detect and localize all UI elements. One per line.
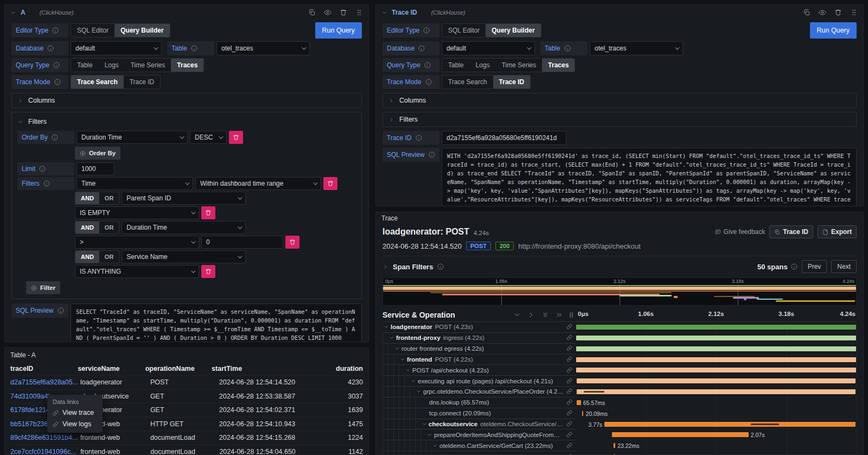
info-icon[interactable]: [43, 180, 50, 187]
and-option[interactable]: AND: [75, 222, 99, 233]
query-type-traces[interactable]: Traces: [542, 59, 575, 72]
info-icon[interactable]: [54, 79, 61, 85]
chevron-down-icon[interactable]: [394, 346, 400, 351]
column-resize-handle[interactable]: ||: [570, 312, 576, 318]
query-type-table[interactable]: Table: [71, 59, 99, 72]
span-timeline-cell[interactable]: 23.22ms: [576, 440, 857, 451]
link-icon[interactable]: [566, 432, 572, 438]
trace-minimap[interactable]: 0μs1.06s2.12s3.18s4.24s: [382, 277, 857, 306]
span-name-cell[interactable]: frontend-proxyingress (4.22s): [382, 333, 576, 344]
span-bar[interactable]: [604, 422, 856, 427]
span-name-cell[interactable]: POST /api/checkout (4.22s): [382, 365, 576, 376]
span-timeline-cell[interactable]: [576, 387, 857, 397]
eye-icon[interactable]: [324, 9, 331, 16]
filter-field-select[interactable]: Duration Time: [122, 221, 246, 234]
link-icon[interactable]: [566, 443, 572, 448]
or-option[interactable]: OR: [99, 192, 119, 204]
run-query-button[interactable]: Run Query: [315, 22, 362, 39]
filter-op-select[interactable]: IS ANYTHING: [75, 265, 199, 278]
span-timeline-cell[interactable]: 20.09ms: [576, 408, 857, 419]
col-duration[interactable]: duration: [336, 365, 363, 372]
query-builder-option[interactable]: Query Builder: [114, 24, 169, 37]
link-icon[interactable]: [566, 378, 572, 384]
sql-editor-option[interactable]: SQL Editor: [71, 24, 114, 37]
eye-icon[interactable]: [819, 9, 826, 16]
and-option[interactable]: AND: [75, 251, 99, 263]
span-row[interactable]: executing api route (pages) /api/checkou…: [382, 376, 857, 387]
remove-order-by-button[interactable]: [229, 131, 243, 144]
limit-input[interactable]: [76, 162, 114, 175]
query-type-traces[interactable]: Traces: [171, 59, 203, 72]
copy-icon[interactable]: [308, 9, 316, 16]
view-trace-link[interactable]: View trace: [53, 409, 97, 416]
span-bar[interactable]: [577, 378, 856, 383]
chevron-down-icon[interactable]: [384, 324, 389, 330]
link-icon[interactable]: [566, 345, 572, 351]
span-row[interactable]: frontend-proxyingress (4.22s): [382, 333, 857, 344]
span-bar[interactable]: [576, 357, 856, 362]
or-option[interactable]: OR: [99, 251, 119, 263]
span-bar[interactable]: [614, 443, 615, 448]
filter-value-input[interactable]: [201, 236, 283, 249]
span-row[interactable]: oteldemo.CartService/GetCart (23.22ms)23…: [382, 440, 857, 451]
panel-title[interactable]: Trace ID: [392, 9, 417, 16]
span-link[interactable]: [564, 441, 575, 451]
info-icon[interactable]: [47, 45, 54, 52]
info-icon[interactable]: [191, 45, 197, 52]
span-link[interactable]: [564, 355, 575, 364]
trace-id-link[interactable]: 2ce7ccfc01941096c...: [10, 448, 80, 455]
span-link[interactable]: [564, 322, 575, 332]
col-traceid[interactable]: traceID: [10, 365, 78, 372]
span-row[interactable]: frontendPOST (4.22s): [382, 355, 857, 365]
info-icon[interactable]: [416, 135, 422, 141]
link-icon[interactable]: [566, 356, 572, 362]
filter-field-select[interactable]: Service Name: [122, 250, 246, 263]
span-timeline-cell[interactable]: [576, 365, 857, 376]
and-option[interactable]: AND: [75, 192, 99, 204]
table-select[interactable]: otel_traces: [590, 41, 683, 55]
span-row[interactable]: loadgeneratorPOST (4.23s): [382, 322, 857, 333]
chevron-down-icon[interactable]: [513, 311, 521, 319]
span-timeline-cell[interactable]: [576, 333, 857, 344]
filter-field-select[interactable]: Parent Span ID: [122, 192, 246, 205]
columns-section[interactable]: Columns: [382, 93, 857, 108]
chevron-down-icon[interactable]: [400, 357, 405, 362]
span-bar[interactable]: [582, 411, 584, 416]
query-type-timeseries[interactable]: Time Series: [125, 59, 171, 72]
span-name-cell[interactable]: executing api route (pages) /api/checkou…: [382, 376, 576, 387]
give-feedback-link[interactable]: Give feedback: [715, 228, 765, 236]
remove-filter-button[interactable]: [285, 236, 299, 249]
span-timeline-cell[interactable]: 3.77s: [576, 419, 857, 430]
span-bar[interactable]: [576, 325, 857, 330]
span-row[interactable]: tcp.connect (20.09ms)20.09ms: [382, 408, 857, 419]
span-name-cell[interactable]: router frontend egress (4.22s): [382, 344, 576, 355]
database-select[interactable]: default: [71, 41, 162, 55]
span-timeline-cell[interactable]: [576, 451, 857, 455]
span-name-cell[interactable]: tcp.connect (20.09ms): [382, 408, 576, 419]
info-icon[interactable]: [437, 263, 444, 270]
span-link[interactable]: [564, 408, 575, 418]
chevrons-down-icon[interactable]: [541, 311, 549, 319]
link-icon[interactable]: [566, 421, 572, 427]
query-type-table[interactable]: Table: [442, 59, 470, 72]
span-name-cell[interactable]: prepareOrderItemsAndShippingQuoteFromCar…: [382, 429, 576, 440]
link-icon[interactable]: [566, 367, 572, 373]
remove-time-filter-button[interactable]: [323, 177, 337, 190]
span-bar[interactable]: [577, 389, 856, 394]
span-link[interactable]: [564, 344, 575, 353]
link-icon[interactable]: [566, 453, 572, 455]
info-icon[interactable]: [52, 134, 58, 141]
col-starttime[interactable]: startTime: [212, 365, 336, 372]
chevrons-right-icon[interactable]: [556, 311, 563, 319]
span-link[interactable]: [564, 430, 575, 440]
span-timeline-cell[interactable]: [576, 322, 857, 333]
trace-id-button[interactable]: Trace ID: [769, 225, 813, 238]
span-bar[interactable]: [576, 336, 856, 340]
span-name-cell[interactable]: cartserviceoteldemo.CartService/GetCart: [382, 451, 576, 455]
trash-icon[interactable]: [834, 9, 842, 16]
columns-section[interactable]: Columns: [11, 93, 362, 108]
view-logs-link[interactable]: View logs: [53, 420, 97, 428]
span-row[interactable]: cartserviceoteldemo.CartService/GetCart: [382, 451, 857, 455]
span-timeline-cell[interactable]: [576, 355, 857, 365]
add-order-by-button[interactable]: Order By: [75, 147, 120, 160]
